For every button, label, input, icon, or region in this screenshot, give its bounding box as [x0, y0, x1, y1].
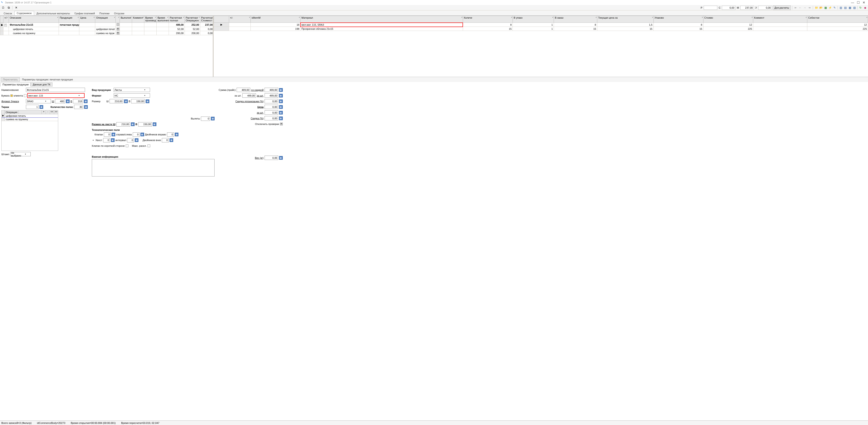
col-expand[interactable]: +/-▾ — [3, 16, 9, 23]
nav-last-icon[interactable]: ⇥ — [807, 6, 811, 10]
copy-icon[interactable]: ⧉ — [6, 5, 11, 10]
col-check[interactable]: ▾ — [116, 16, 120, 23]
col-time-done[interactable]: Время выполнен▾ — [157, 16, 169, 23]
calc-icon[interactable]: ▦ — [131, 123, 134, 126]
recalculate-button[interactable]: Пересчитать — [1, 77, 20, 81]
materials-grid[interactable]: +/-▾ idItemM▾ Материал▾ Количе▾ В упако▾… — [214, 16, 868, 31]
calc-icon[interactable]: ▦ — [124, 99, 128, 103]
col-upak[interactable]: Упаково▾ — [653, 16, 703, 23]
skidka-org-label[interactable]: Скидка организации (%) — [236, 100, 264, 103]
tab-extra-materials[interactable]: Дополнительные материалы — [34, 11, 72, 15]
w-input[interactable] — [55, 99, 65, 103]
tool4-icon[interactable]: ▧ — [852, 6, 857, 10]
table-row[interactable]: цифровая печатьцифровая печат52,0052,000… — [0, 27, 213, 31]
col-qty[interactable]: Количе▾ — [463, 16, 513, 23]
folder-open-icon[interactable]: 📂 — [819, 6, 823, 10]
za-sht-input[interactable] — [242, 93, 256, 98]
refresh-icon[interactable]: ↻ — [859, 6, 863, 10]
calc-icon[interactable]: ▦ — [175, 133, 178, 136]
calc-icon[interactable]: ▦ — [146, 99, 149, 103]
table-row[interactable]: 198Прозрачная обложка 21х151511515152252… — [214, 27, 868, 31]
col-calc-cost[interactable]: Расчетная Стоимост▾ — [200, 16, 213, 23]
size-h-input[interactable] — [131, 99, 145, 103]
col-calc-full[interactable]: Расчетная полная▾ — [169, 16, 185, 23]
client-checkbox[interactable] — [24, 94, 27, 97]
ops-add-button[interactable]: + — [41, 110, 46, 114]
field-u-input[interactable] — [758, 6, 772, 10]
col-expand[interactable]: +/-▾ — [229, 16, 250, 23]
klapan-input[interactable] — [104, 132, 111, 137]
new-doc-icon[interactable]: 🗋 — [1, 5, 5, 10]
stamp-select[interactable]: Не выбрано▾ — [10, 152, 31, 156]
field-r-input[interactable] — [704, 6, 717, 10]
col-selfcost[interactable]: Себестои▾ — [807, 16, 868, 23]
col-comment[interactable]: Коммент▾ — [753, 16, 807, 23]
close-button[interactable]: ✕ — [863, 1, 865, 4]
h-input[interactable] — [73, 99, 83, 103]
paper-format-label[interactable]: Формат бумаги — [1, 100, 25, 103]
sheet-w-input[interactable] — [116, 122, 130, 127]
ops-row[interactable]: сшивка на пружину — [2, 118, 58, 121]
cena-sht-label[interactable]: за шт. — [257, 111, 264, 114]
chevron-down-icon[interactable]: ▾ — [92, 139, 95, 141]
ops-prev-button[interactable]: << — [50, 110, 54, 114]
subtab-params[interactable]: Параметры продукции — [0, 83, 31, 87]
cena-label[interactable]: Цена — [257, 106, 264, 108]
col-time-prod[interactable]: Время производ▾ — [144, 16, 157, 23]
calc-icon[interactable]: ▦ — [39, 105, 43, 109]
nav-first-icon[interactable]: ⇤ — [794, 6, 798, 10]
col-operation[interactable]: Операция▾ — [95, 16, 116, 23]
weight-input[interactable] — [265, 156, 278, 160]
tab-list[interactable]: Список — [1, 11, 14, 15]
tool2-icon[interactable]: ▤ — [843, 6, 847, 10]
vid-select[interactable]: Листы▾ — [114, 88, 150, 92]
calc-icon[interactable]: ▦ — [279, 94, 283, 97]
calc-icon[interactable]: ▦ — [279, 117, 283, 120]
tab-content[interactable]: Содержимое — [14, 11, 34, 15]
delete-icon[interactable]: ✕ — [14, 5, 19, 10]
nav-next-icon[interactable]: → — [803, 6, 807, 10]
operations-grid[interactable]: Операция + - << >> ▶цифровая печать сшив… — [1, 110, 58, 151]
vylety-input[interactable] — [201, 117, 210, 121]
minimize-button[interactable]: — — [851, 1, 854, 4]
col-vzakaz[interactable]: В заказ▾ — [554, 16, 597, 23]
col-description[interactable]: Описание▾ — [9, 16, 59, 23]
calc-icon[interactable]: ▦ — [112, 133, 115, 136]
col-material[interactable]: Материал▾ — [301, 16, 463, 23]
calc-icon[interactable]: ▦ — [211, 117, 215, 120]
lightning-icon[interactable]: ⚡ — [828, 6, 832, 10]
calc-icon[interactable]: ▦ — [111, 138, 115, 142]
nav-prev-icon[interactable]: ← — [798, 6, 802, 10]
calc-icon[interactable]: ▦ — [66, 99, 69, 103]
field-m-input[interactable] — [740, 6, 754, 10]
cena-sht-input[interactable] — [265, 110, 278, 115]
col-cost[interactable]: Стоимо▾ — [703, 16, 753, 23]
tab-payments[interactable]: Платежи — [97, 11, 112, 15]
subtab-tk-data[interactable]: Данные для ТК — [31, 83, 53, 87]
calc-icon[interactable]: ▦ — [135, 138, 138, 142]
sheet-h-input[interactable] — [138, 122, 152, 127]
za-sht2-input[interactable] — [265, 93, 278, 98]
col-price[interactable]: Цена▾ — [79, 16, 95, 23]
calc-icon[interactable]: ▦ — [141, 133, 144, 136]
maximize-button[interactable]: ☐ — [857, 1, 860, 4]
so-skidkoy-input[interactable] — [265, 88, 278, 92]
calc-icon[interactable]: ▦ — [169, 138, 173, 142]
hvost-input[interactable] — [103, 138, 110, 142]
dvoyn-down-input[interactable] — [162, 138, 168, 142]
ops-row[interactable]: ▶цифровая печать — [2, 114, 58, 118]
so-skidkoy-label[interactable]: со скидкой — [251, 89, 264, 91]
col-product[interactable]: Продукция▾ — [59, 16, 79, 23]
col-iditem[interactable]: idItemM▾ — [251, 16, 301, 23]
polos-input[interactable] — [74, 105, 83, 109]
size-w-input[interactable] — [110, 99, 123, 103]
help-icon[interactable]: ◆ — [863, 6, 867, 10]
calc-icon[interactable]: ▦ — [279, 105, 283, 109]
ops-next-button[interactable]: >> — [54, 110, 58, 114]
klapan-short-checkbox[interactable] — [126, 144, 128, 147]
important-memo[interactable] — [92, 159, 215, 176]
col-calc-op[interactable]: Расчетная Операцион▾ — [185, 16, 200, 23]
extra-calc-button[interactable]: Доп.расчеты — [773, 5, 791, 10]
col-comment[interactable]: Коммент▾ — [132, 16, 144, 23]
spravasleva-input[interactable] — [133, 132, 140, 137]
